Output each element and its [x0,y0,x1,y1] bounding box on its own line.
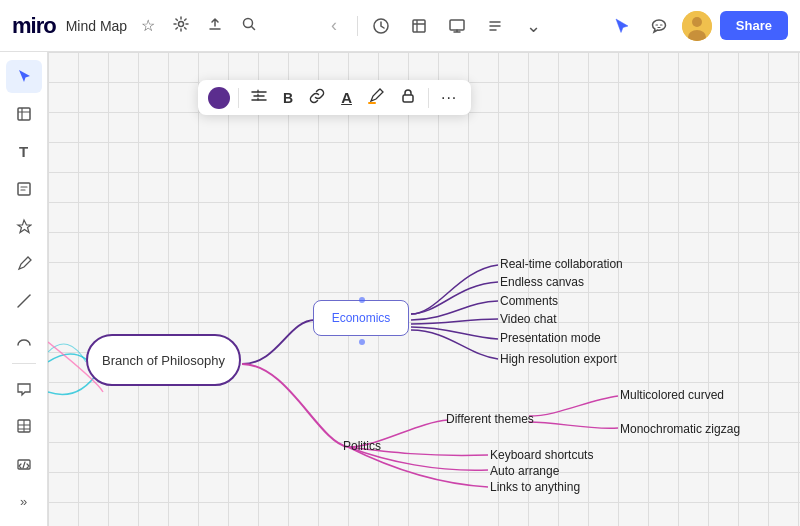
doc-title[interactable]: Mind Map [66,18,127,34]
leaf-text: Multicolored curved [620,388,724,402]
left-sidebar: T [0,52,48,526]
politics-node[interactable]: Politics [343,439,381,453]
favorite-icon[interactable]: ☆ [137,12,159,39]
sidebar-pen[interactable] [6,247,42,280]
cursor-tool-icon[interactable] [606,11,636,41]
leaf-text: High resolution export [500,352,617,366]
svg-point-6 [692,17,702,27]
svg-rect-4 [450,20,464,30]
comment-tool-icon[interactable] [644,11,674,41]
sidebar-cursor[interactable] [6,60,42,93]
diff-themes-node[interactable]: Different themes [446,412,534,426]
economics-node[interactable]: Economics [313,300,409,336]
sidebar-shape[interactable] [6,210,42,243]
sidebar-more[interactable]: » [6,485,42,518]
top-bar-center: ‹ ⌄ [319,11,548,41]
more-down-icon[interactable]: ⌄ [518,11,548,41]
float-toolbar: B A ··· [198,80,471,115]
leaf-text: Real-time collaboration [500,257,623,271]
top-bar: miro Mind Map ☆ ‹ [0,0,800,52]
top-bar-left: miro Mind Map ☆ [12,12,261,40]
sidebar-sticky[interactable] [6,172,42,205]
leaf-text: Endless canvas [500,275,584,289]
leaf-text: Links to anything [490,480,580,494]
svg-rect-3 [413,20,425,32]
present-icon[interactable] [442,11,472,41]
upload-icon[interactable] [203,12,227,40]
svg-point-0 [179,21,184,26]
svg-rect-12 [403,95,413,102]
leaf-text: Video chat [500,312,557,326]
lock-button[interactable] [396,86,420,109]
nav-prev-icon[interactable]: ‹ [319,11,349,41]
sidebar-separator [12,363,36,364]
sidebar-comment[interactable] [6,372,42,405]
leaf-text: Auto arrange [490,464,559,478]
leaf-text: Keyboard shortcuts [490,448,593,462]
notes-icon[interactable] [480,11,510,41]
svg-rect-8 [18,108,30,120]
link-button[interactable] [305,86,329,109]
search-icon[interactable] [237,12,261,40]
leaf-text: Monochromatic zigzag [620,422,740,436]
bold-button[interactable]: B [279,88,297,108]
leaf-text: Comments [500,294,558,308]
avatar[interactable] [682,11,712,41]
sidebar-line[interactable] [6,285,42,318]
align-icon[interactable] [247,86,271,109]
underline-button[interactable]: A [337,87,356,108]
highlight-button[interactable] [364,86,388,109]
canvas: B A ··· [48,52,800,526]
sidebar-embed[interactable] [6,447,42,480]
sidebar-table[interactable] [6,410,42,443]
mindmap-svg [48,52,800,526]
color-picker-dot[interactable] [208,87,230,109]
settings-icon[interactable] [169,12,193,40]
sidebar-arch[interactable] [6,322,42,355]
more-options-button[interactable]: ··· [437,87,461,109]
top-bar-right: Share [606,11,788,41]
leaf-text: Presentation mode [500,331,601,345]
svg-rect-9 [18,183,30,195]
share-button[interactable]: Share [720,11,788,40]
timer-icon[interactable] [366,11,396,41]
main-node[interactable]: Branch of Philosophy [86,334,241,386]
sidebar-text[interactable]: T [6,135,42,168]
sidebar-frame[interactable] [6,97,42,130]
app-logo: miro [12,13,56,39]
frame-icon[interactable] [404,11,434,41]
